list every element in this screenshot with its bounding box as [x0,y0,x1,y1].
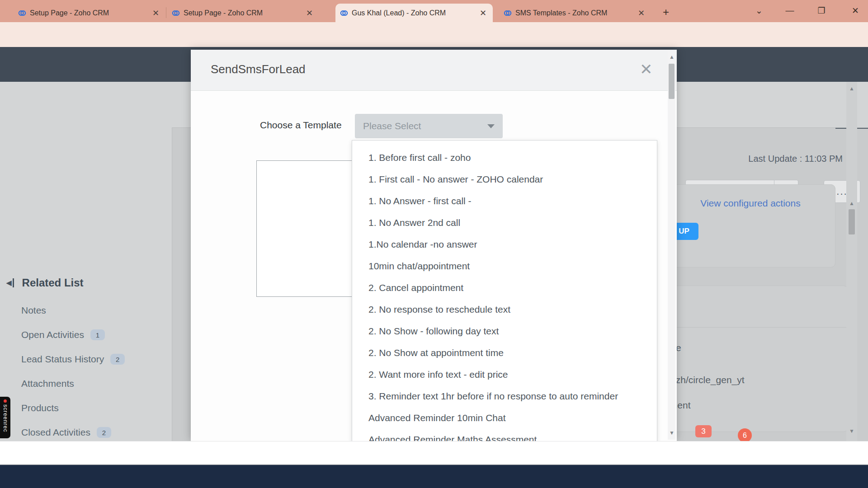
sidebar-item-notes[interactable]: Notes [21,304,46,317]
template-label: Choose a Template [260,120,342,131]
page-scrollbar[interactable]: ▲ ▲ ▼ [846,82,857,441]
scroll-up-icon[interactable]: ▲ [849,200,854,206]
scroll-down-icon[interactable]: ▼ [849,428,854,434]
sidebar-item-closed-activities[interactable]: Closed Activities2 [21,426,111,439]
last-update-text: Last Update : 11:03 PM [677,154,843,164]
tab-separator [166,7,166,18]
select-placeholder: Please Select [363,121,487,131]
card-divider [647,327,848,328]
detail-fragment-link: /zh/circle_gen_yt [673,375,745,385]
send-sms-modal: SendSmsForLead ✕ Choose a Template Pleas… [191,50,677,441]
scroll-up-icon[interactable]: ▲ [849,85,854,92]
tab-close-icon[interactable]: ✕ [478,8,488,18]
template-option[interactable]: 2. Want more info text - edit price [352,364,657,385]
template-option[interactable]: 2. Cancel appointment [352,277,657,299]
template-option[interactable]: Advanced Reminder 10min Chat [352,407,657,429]
template-option[interactable]: 1. No Answer 2nd call [352,212,657,234]
tab-close-icon[interactable]: ✕ [304,8,315,18]
modal-scrollbar[interactable]: ▲ ▼ [668,51,675,440]
window-restore-button[interactable]: ❐ [815,5,828,16]
zoho-favicon [172,9,180,17]
sidebar-item-products[interactable]: Products [21,401,59,415]
view-configured-actions-link[interactable]: View configured actions [683,198,818,209]
related-list-header[interactable]: ◀ Related List [6,277,84,289]
count-badge: 1 [90,329,105,340]
template-option[interactable]: 2. No Show at appointment time [352,342,657,364]
template-options-panel: 1. Before first call - zoho 1. First cal… [352,140,657,442]
sidebar-item-open-activities[interactable]: Open Activities1 [21,328,105,342]
collapse-panel-icon[interactable]: ◀ [6,278,14,287]
scroll-up-icon[interactable]: ▲ [669,54,675,60]
count-badge: 2 [110,354,125,365]
scrollbar-thumb[interactable] [669,64,675,99]
windows-taskbar: Type here to search Rain... [0,465,868,488]
zia-count-badge: 6 [738,428,752,442]
template-option[interactable]: 1. First call - No answer - ZOHO calenda… [352,169,657,190]
tab-close-icon[interactable]: ✕ [151,8,161,18]
modal-header: SendSmsForLead ✕ [191,50,677,91]
scroll-down-icon[interactable]: ▼ [669,430,675,436]
modal-close-icon[interactable]: ✕ [640,61,653,77]
template-option[interactable]: 1. No Answer - first call - [352,190,657,212]
feeds-count-badge: 3 [695,425,712,437]
screen: { "browser": { "tabs": [ {"title": "Setu… [0,0,868,488]
tab-search-chevron-icon[interactable]: ⌄ [752,5,766,16]
template-select[interactable]: Please Select [355,114,503,138]
template-option[interactable]: 2. No response to reschedule text [352,299,657,320]
window-minimize-button[interactable]: — [783,5,797,15]
panel-padding [352,141,657,147]
count-badge: 2 [97,427,111,438]
window-close-button[interactable]: ✕ [849,5,862,16]
template-option[interactable]: 1. Before first call - zoho [352,147,657,169]
tab-title: Setup Page - Zoho CRM [184,9,301,17]
template-option[interactable]: 2. No Show - following day text [352,320,657,342]
sidebar-item-lead-status-history[interactable]: Lead Status History2 [21,352,125,366]
tab-title: SMS Templates - Zoho CRM [515,9,632,17]
template-option[interactable]: 1.No calendar -no answer [352,234,657,255]
smart-chat-bar: Chats Channels Contacts Here is your Sma… [0,441,868,464]
browser-address-bar: ← → ↻ crm.zoho.com.au/crm/org7000374421/… [0,22,868,47]
chevron-down-icon [487,124,495,128]
zoho-favicon [504,9,512,17]
screenrec-widget[interactable]: screenrec [0,397,10,438]
browser-tab-3-active[interactable]: Gus Khal (Lead) - Zoho CRM ✕ [335,4,493,22]
browser-tab-1[interactable]: Setup Page - Zoho CRM ✕ [14,4,165,22]
sidebar-item-attachments[interactable]: Attachments [21,377,74,390]
browser-tab-2[interactable]: Setup Page - Zoho CRM ✕ [167,4,319,22]
tab-close-icon[interactable]: ✕ [636,8,646,18]
zoho-favicon [340,9,348,17]
zoho-favicon [18,9,26,17]
scrollbar-thumb[interactable] [849,209,855,235]
template-option[interactable]: 10min chat/appointment [352,255,657,277]
new-tab-button[interactable]: + [663,6,669,19]
tab-title: Gus Khal (Lead) - Zoho CRM [352,9,474,17]
modal-title: SendSmsForLead [211,62,306,76]
template-option[interactable]: Advanced Reminder Maths Assessment [352,429,657,442]
screenrec-label: screenrec [2,404,9,432]
tab-title: Setup Page - Zoho CRM [30,9,147,17]
related-list-sidebar: ◀ Related List Notes Open Activities1 Le… [0,127,172,441]
browser-tab-4[interactable]: SMS Templates - Zoho CRM ✕ [499,4,651,22]
template-option[interactable]: 3. Reminder text 1hr before if no respon… [352,385,657,407]
browser-tab-bar: Setup Page - Zoho CRM ✕ Setup Page - Zoh… [0,0,868,22]
record-dot-icon [4,399,7,403]
